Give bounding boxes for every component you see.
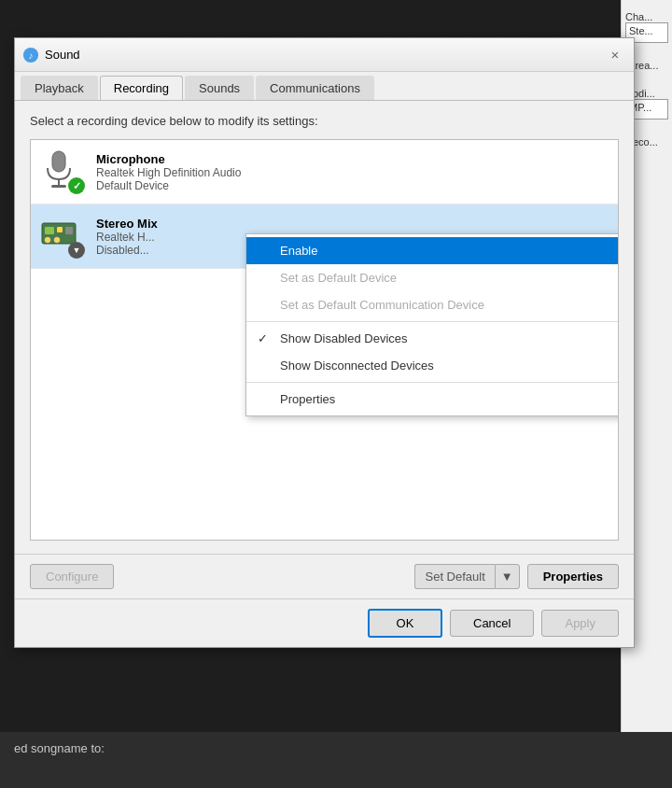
device-item-microphone[interactable]: ✓ Microphone Realtek High Definition Aud… (31, 140, 618, 204)
microphone-name: Microphone (96, 152, 609, 166)
svg-rect-2 (52, 151, 65, 172)
context-item-show-disconnected[interactable]: Show Disconnected Devices (246, 352, 619, 379)
sound-dialog: ♪ Sound × Playback Recording Sounds Comm… (14, 37, 635, 648)
bg-text-label: ed songname to: (14, 741, 105, 755)
microphone-detail2: Default Device (96, 179, 609, 192)
cancel-button[interactable]: Cancel (450, 610, 534, 637)
microphone-badge: ✓ (68, 177, 85, 194)
svg-point-10 (54, 237, 60, 243)
title-bar-left: ♪ Sound (22, 47, 80, 63)
context-item-set-default: Set as Default Device (246, 264, 619, 291)
context-separator-1 (246, 321, 619, 322)
title-bar: ♪ Sound × (15, 38, 634, 72)
tab-playback[interactable]: Playback (21, 76, 98, 100)
sound-icon: ♪ (22, 47, 39, 63)
svg-rect-4 (51, 185, 66, 188)
apply-button[interactable]: Apply (541, 610, 619, 637)
stereo-mix-badge: ▼ (68, 242, 85, 259)
tab-sounds[interactable]: Sounds (185, 76, 254, 100)
svg-rect-7 (57, 227, 63, 232)
tab-communications[interactable]: Communications (256, 76, 374, 100)
context-item-show-disabled[interactable]: ✓ Show Disabled Devices (246, 325, 619, 352)
configure-button[interactable]: Configure (30, 564, 114, 589)
context-menu: Enable Set as Default Device Set as Defa… (245, 233, 619, 416)
toolbar: Configure Set Default ▼ Properties (15, 554, 634, 598)
microphone-icon-wrap: ✓ (40, 149, 85, 194)
check-icon: ✓ (258, 331, 268, 345)
microphone-info: Microphone Realtek High Definition Audio… (96, 152, 609, 192)
stereo-mix-icon-wrap: ▼ (40, 214, 85, 259)
tab-recording[interactable]: Recording (100, 76, 183, 100)
properties-button[interactable]: Properties (527, 564, 619, 589)
channel-label: Cha... (625, 11, 668, 22)
device-list[interactable]: ✓ Microphone Realtek High Definition Aud… (30, 139, 619, 541)
content-description: Select a recording device below to modif… (30, 114, 619, 128)
microphone-detail1: Realtek High Definition Audio (96, 166, 609, 179)
svg-text:♪: ♪ (29, 49, 34, 60)
background-text: ed songname to: (0, 732, 672, 788)
stereo-mix-name: Stereo Mix (96, 217, 609, 231)
svg-point-9 (45, 237, 50, 243)
svg-rect-6 (45, 227, 54, 234)
set-default-wrap: Set Default ▼ (414, 564, 519, 589)
context-item-enable[interactable]: Enable (246, 237, 619, 264)
context-separator-2 (246, 382, 619, 383)
tab-content: Select a recording device below to modif… (15, 101, 634, 554)
ok-button[interactable]: OK (368, 609, 442, 638)
context-item-set-default-comm: Set as Default Communication Device (246, 291, 619, 318)
set-default-arrow-button[interactable]: ▼ (495, 564, 520, 589)
dialog-title: Sound (45, 48, 80, 62)
context-item-properties[interactable]: Properties (246, 386, 619, 413)
tab-bar: Playback Recording Sounds Communications (15, 72, 634, 101)
dialog-footer: OK Cancel Apply (15, 598, 634, 647)
svg-rect-8 (65, 227, 73, 234)
set-default-button[interactable]: Set Default (414, 564, 494, 589)
close-button[interactable]: × (604, 44, 626, 66)
